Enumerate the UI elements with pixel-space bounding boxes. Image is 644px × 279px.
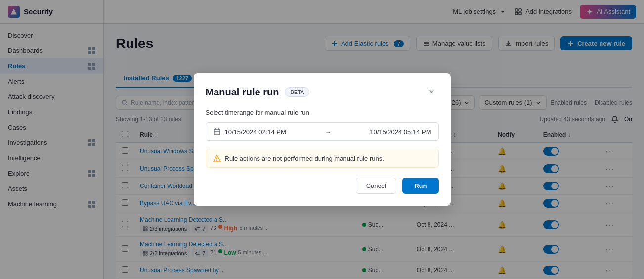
modal-header: Manual rule run BETA × — [206, 85, 439, 99]
modal-title: Manual rule run BETA — [206, 87, 310, 98]
timerange-selector[interactable]: 10/15/2024 02:14 PM → 10/15/2024 05:14 P… — [206, 122, 439, 141]
cancel-button[interactable]: Cancel — [356, 178, 396, 194]
run-button[interactable]: Run — [402, 178, 438, 194]
warning-box: Rule actions are not performed during ma… — [206, 149, 439, 168]
beta-badge: BETA — [285, 87, 309, 97]
manual-rule-run-modal: Manual rule run BETA × Select timerange … — [194, 73, 451, 206]
warning-icon — [213, 154, 221, 162]
svg-rect-13 — [214, 129, 220, 135]
timerange-label: Select timerange for manual rule run — [206, 109, 439, 116]
timerange-arrow: → — [325, 128, 331, 136]
calendar-icon — [213, 128, 221, 136]
timerange-start: 10/15/2024 02:14 PM — [225, 128, 321, 136]
modal-close-button[interactable]: × — [425, 85, 439, 99]
warning-text: Rule actions are not performed during ma… — [225, 155, 384, 162]
modal-overlay: Manual rule run BETA × Select timerange … — [0, 0, 644, 279]
timerange-end: 10/15/2024 05:14 PM — [335, 128, 431, 136]
modal-actions: Cancel Run — [206, 178, 439, 194]
